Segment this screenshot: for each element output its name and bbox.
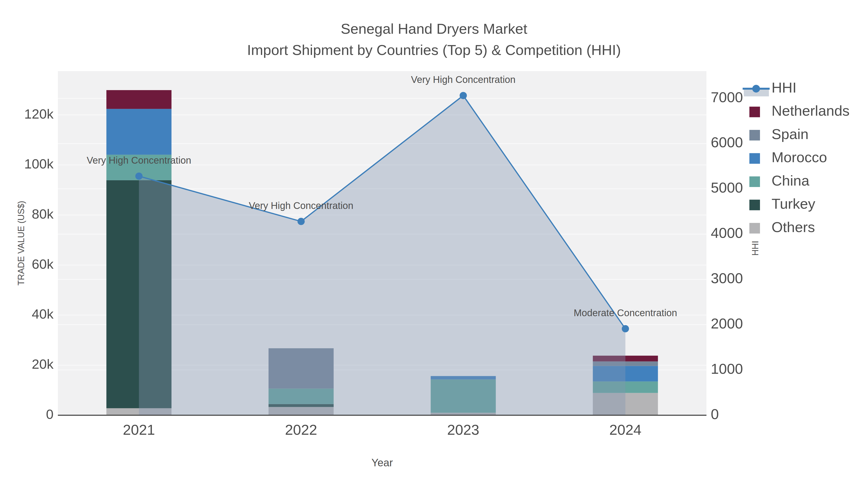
x-tick-label-2021: 2021 (123, 422, 155, 438)
legend-swatch-netherlands (749, 107, 760, 117)
legend-hhi-marker-icon (752, 85, 760, 93)
y-tick-label-right: 7000 (711, 89, 743, 105)
annotation-2021: Very High Concentration (87, 155, 191, 166)
hhi-marker-2022[interactable] (298, 218, 305, 225)
y-tick-label-right: 2000 (711, 316, 743, 332)
y-tick-label-right: 5000 (711, 180, 743, 196)
y-tick-label-left: 40k (32, 306, 54, 322)
annotation-2023: Very High Concentration (411, 74, 516, 85)
legend-item-morocco[interactable]: Morocco (749, 149, 827, 165)
y-tick-label-right: 3000 (711, 270, 743, 286)
legend-item-hhi[interactable]: HHI (743, 79, 796, 96)
legend-item-netherlands[interactable]: Netherlands (749, 103, 850, 119)
legend-label-hhi: HHI (772, 79, 796, 96)
chart-subtitle: Import Shipment by Countries (Top 5) & C… (247, 42, 621, 58)
hhi-marker-2023[interactable] (460, 92, 467, 99)
legend-label-others: Others (772, 219, 815, 235)
x-axis-title: Year (372, 457, 393, 468)
y-tick-label-right: 1000 (711, 361, 743, 377)
legend-swatch-turkey (749, 200, 760, 210)
legend-swatch-spain (749, 130, 760, 140)
legend: HHINetherlandsSpainMoroccoChinaTurkeyOth… (743, 79, 850, 235)
hhi-marker-2021[interactable] (135, 172, 143, 180)
bar-segment-morocco-2021[interactable] (106, 109, 172, 155)
y-tick-label-left: 80k (32, 206, 54, 222)
legend-label-turkey: Turkey (772, 196, 815, 212)
legend-item-turkey[interactable]: Turkey (749, 196, 815, 212)
bar-segment-netherlands-2021[interactable] (106, 90, 172, 109)
annotation-2022: Very High Concentration (249, 200, 353, 211)
y-tick-label-left: 100k (24, 156, 54, 171)
y-tick-label-left: 20k (32, 356, 54, 371)
x-tick-label-2024: 2024 (609, 422, 641, 438)
y-tick-label-left: 0 (46, 406, 54, 422)
x-tick-label-2023: 2023 (447, 422, 479, 438)
legend-label-netherlands: Netherlands (772, 103, 850, 119)
legend-swatch-others (749, 223, 760, 233)
legend-item-others[interactable]: Others (749, 219, 815, 235)
legend-item-china[interactable]: China (749, 172, 809, 189)
y-tick-label-right: 4000 (711, 225, 743, 241)
legend-label-morocco: Morocco (772, 149, 827, 165)
hhi-marker-2024[interactable] (622, 325, 629, 332)
y-axis-title-left: TRADE VALUE (US$) (16, 201, 26, 285)
legend-swatch-morocco (749, 153, 760, 164)
y-axis-title-right: HHI (750, 241, 760, 256)
annotation-2024: Moderate Concentration (574, 307, 677, 318)
y-tick-label-left: 60k (32, 256, 54, 271)
x-tick-label-2022: 2022 (285, 422, 317, 438)
y-tick-label-right: 6000 (711, 134, 743, 151)
chart-svg: Very High ConcentrationVery High Concent… (0, 0, 868, 488)
chart-title: Senegal Hand Dryers Market (341, 21, 527, 37)
chart-container: Very High ConcentrationVery High Concent… (0, 0, 868, 488)
legend-label-china: China (772, 172, 809, 189)
legend-item-spain[interactable]: Spain (749, 126, 808, 142)
y-tick-label-left: 120k (24, 106, 54, 122)
y-tick-label-right: 0 (711, 406, 719, 422)
legend-label-spain: Spain (772, 126, 808, 142)
legend-swatch-china (749, 176, 760, 187)
